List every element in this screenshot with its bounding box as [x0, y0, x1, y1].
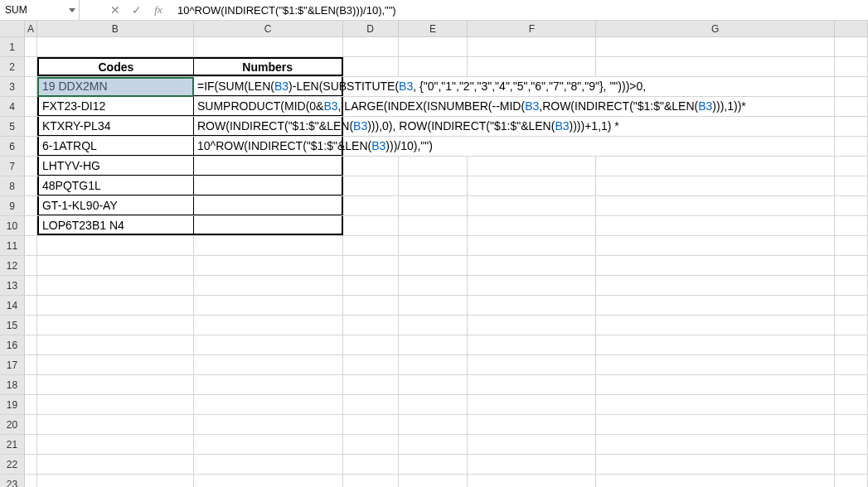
cell-D18[interactable] [343, 375, 399, 394]
cell-C7[interactable] [194, 157, 343, 176]
cell-D20[interactable] [343, 415, 399, 434]
cell-E20[interactable] [399, 415, 468, 434]
cell-B7[interactable]: LHTYV-HG [37, 157, 194, 176]
cell-H21[interactable] [835, 435, 868, 454]
cell-A6[interactable] [25, 137, 37, 156]
cell-G21[interactable] [596, 435, 835, 454]
cell-H15[interactable] [835, 316, 868, 335]
cell-D7[interactable] [343, 157, 399, 176]
cell-G5[interactable] [596, 117, 835, 136]
cell-A11[interactable] [25, 236, 37, 255]
cell-G15[interactable] [596, 316, 835, 335]
cell-B16[interactable] [37, 335, 194, 354]
cell-F15[interactable] [468, 316, 596, 335]
cell-C23[interactable] [194, 475, 343, 487]
cell-A22[interactable] [25, 455, 37, 474]
row-header-20[interactable]: 20 [0, 415, 25, 434]
cell-G1[interactable] [596, 37, 835, 56]
confirm-formula-button[interactable]: ✓ [126, 0, 148, 20]
cell-D22[interactable] [343, 455, 399, 474]
cell-A20[interactable] [25, 415, 37, 434]
cell-B5[interactable]: KTXRY-PL34 [37, 117, 194, 136]
cell-D15[interactable] [343, 316, 399, 335]
row-header-17[interactable]: 17 [0, 355, 25, 374]
cell-F23[interactable] [468, 475, 596, 487]
cell-G12[interactable] [596, 256, 835, 275]
cell-F2[interactable] [468, 57, 596, 76]
cell-A9[interactable] [25, 196, 37, 215]
cell-E21[interactable] [399, 435, 468, 454]
cell-A17[interactable] [25, 355, 37, 374]
col-header-blank[interactable] [835, 21, 868, 36]
cell-H22[interactable] [835, 455, 868, 474]
cell-D14[interactable] [343, 296, 399, 315]
cell-A16[interactable] [25, 335, 37, 354]
row-header-1[interactable]: 1 [0, 37, 25, 56]
cell-H9[interactable] [835, 196, 868, 215]
row-header-21[interactable]: 21 [0, 435, 25, 454]
row-header-5[interactable]: 5 [0, 117, 25, 136]
cell-A4[interactable] [25, 97, 37, 116]
cell-A8[interactable] [25, 176, 37, 195]
cell-F13[interactable] [468, 276, 596, 295]
row-header-3[interactable]: 3 [0, 77, 25, 96]
cell-G19[interactable] [596, 395, 835, 414]
cell-E13[interactable] [399, 276, 468, 295]
cell-B8[interactable]: 48PQTG1L [37, 176, 194, 195]
cell-E16[interactable] [399, 335, 468, 354]
cell-G10[interactable] [596, 216, 835, 235]
cell-D1[interactable] [343, 37, 399, 56]
name-box-input[interactable] [5, 0, 74, 20]
cell-B17[interactable] [37, 355, 194, 374]
cell-F14[interactable] [468, 296, 596, 315]
cell-A18[interactable] [25, 375, 37, 394]
cell-H23[interactable] [835, 475, 868, 487]
cell-E23[interactable] [399, 475, 468, 487]
cell-A1[interactable] [25, 37, 37, 56]
formula-input[interactable] [169, 0, 868, 20]
cell-E18[interactable] [399, 375, 468, 394]
cell-C1[interactable] [194, 37, 343, 56]
cell-E8[interactable] [399, 176, 468, 195]
cell-D9[interactable] [343, 196, 399, 215]
row-header-2[interactable]: 2 [0, 57, 25, 76]
cell-G8[interactable] [596, 176, 835, 195]
cell-F11[interactable] [468, 236, 596, 255]
cell-B23[interactable] [37, 475, 194, 487]
spreadsheet-grid[interactable]: A B C D E F G 1 2 Codes Numbers 3 19 DDX… [0, 21, 868, 487]
cell-H4[interactable] [835, 97, 868, 116]
cell-E11[interactable] [399, 236, 468, 255]
cell-G9[interactable] [596, 196, 835, 215]
cell-B4[interactable]: FXT23-DI12 [37, 97, 194, 116]
cell-B14[interactable] [37, 296, 194, 315]
cell-C2-header-numbers[interactable]: Numbers [194, 57, 343, 76]
row-header-10[interactable]: 10 [0, 216, 25, 235]
cell-G17[interactable] [596, 355, 835, 374]
cell-A13[interactable] [25, 276, 37, 295]
cell-E22[interactable] [399, 455, 468, 474]
col-header-A[interactable]: A [25, 21, 37, 36]
cell-B11[interactable] [37, 236, 194, 255]
row-header-15[interactable]: 15 [0, 316, 25, 335]
cell-F19[interactable] [468, 395, 596, 414]
cell-A3[interactable] [25, 77, 37, 96]
cell-E2[interactable] [399, 57, 468, 76]
cell-D23[interactable] [343, 475, 399, 487]
row-header-14[interactable]: 14 [0, 296, 25, 315]
cell-F7[interactable] [468, 157, 596, 176]
cell-A23[interactable] [25, 475, 37, 487]
cell-A19[interactable] [25, 395, 37, 414]
cell-C9[interactable] [194, 196, 343, 215]
cell-H2[interactable] [835, 57, 868, 76]
cell-F8[interactable] [468, 176, 596, 195]
cell-H20[interactable] [835, 415, 868, 434]
cell-C8[interactable] [194, 176, 343, 195]
cell-B13[interactable] [37, 276, 194, 295]
cell-D11[interactable] [343, 236, 399, 255]
cell-G18[interactable] [596, 375, 835, 394]
cell-C18[interactable] [194, 375, 343, 394]
cell-H14[interactable] [835, 296, 868, 315]
cell-D16[interactable] [343, 335, 399, 354]
cell-F18[interactable] [468, 375, 596, 394]
cell-E19[interactable] [399, 395, 468, 414]
